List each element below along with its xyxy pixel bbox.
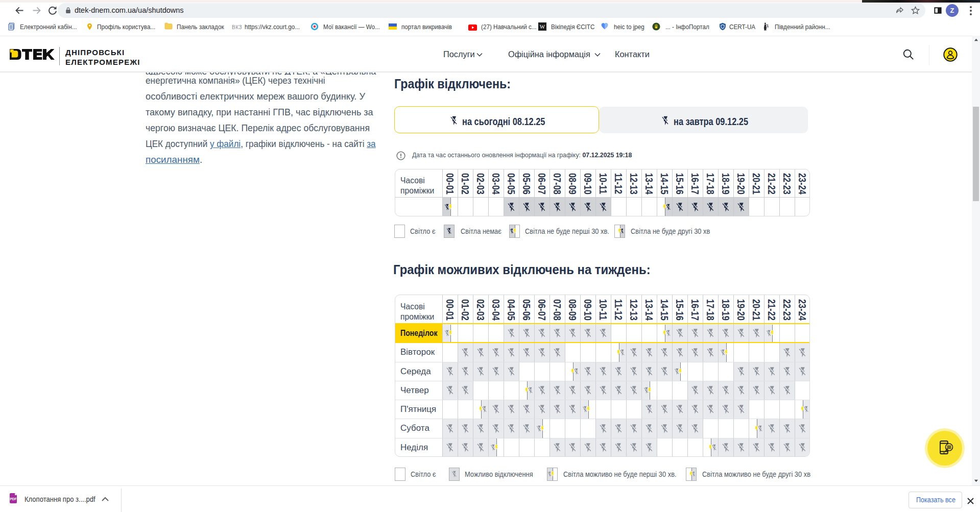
svg-text:PDF: PDF [10,497,17,501]
